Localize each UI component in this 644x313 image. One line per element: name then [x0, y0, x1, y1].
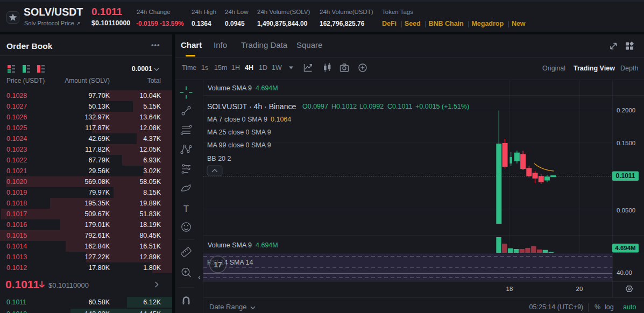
svg-text:SOLVUSDT · 4h · Binance: SOLVUSDT · 4h · Binance [207, 102, 296, 111]
svg-text:4.694M: 4.694M [615, 245, 635, 251]
svg-text:40.00: 40.00 [617, 269, 632, 276]
svg-text:0.0500: 0.0500 [617, 207, 635, 214]
svg-text:C0.1011: C0.1011 [387, 103, 412, 110]
svg-text:Date Range: Date Range [209, 303, 246, 311]
svg-text:L0.0992: L0.0992 [359, 103, 384, 110]
svg-text:+0.0015 (+1.51%): +0.0015 (+1.51%) [415, 103, 469, 110]
svg-text:MA 25 close 0 SMA 9: MA 25 close 0 SMA 9 [207, 129, 271, 136]
svg-text:0.1500: 0.1500 [617, 140, 635, 146]
svg-text:Volume SMA 9: Volume SMA 9 [208, 84, 252, 92]
svg-text:18: 18 [506, 286, 513, 292]
svg-text:0.2000: 0.2000 [617, 107, 635, 113]
svg-text:log: log [605, 303, 614, 311]
svg-text:4.694M: 4.694M [256, 84, 278, 92]
svg-text:20: 20 [576, 286, 583, 292]
svg-text:0.1011: 0.1011 [615, 172, 635, 180]
svg-text:MA 99 close 0 SMA 9: MA 99 close 0 SMA 9 [207, 141, 271, 149]
svg-text:T: T [183, 204, 189, 214]
svg-text:H0.1012: H0.1012 [331, 103, 357, 110]
svg-text:05:25:14 (UTC+9): 05:25:14 (UTC+9) [529, 303, 583, 311]
svg-text:17: 17 [214, 260, 222, 269]
svg-text:O0.0997: O0.0997 [302, 103, 328, 110]
svg-text:auto: auto [623, 303, 636, 311]
svg-text:%: % [595, 303, 600, 311]
svg-text:0.1064: 0.1064 [271, 116, 291, 123]
svg-text:4.694M: 4.694M [256, 241, 278, 249]
svg-text:BB 20 2: BB 20 2 [207, 155, 231, 162]
svg-text:MA 7 close 0 SMA 9: MA 7 close 0 SMA 9 [207, 116, 267, 123]
svg-text:Volume SMA 9: Volume SMA 9 [208, 241, 252, 249]
